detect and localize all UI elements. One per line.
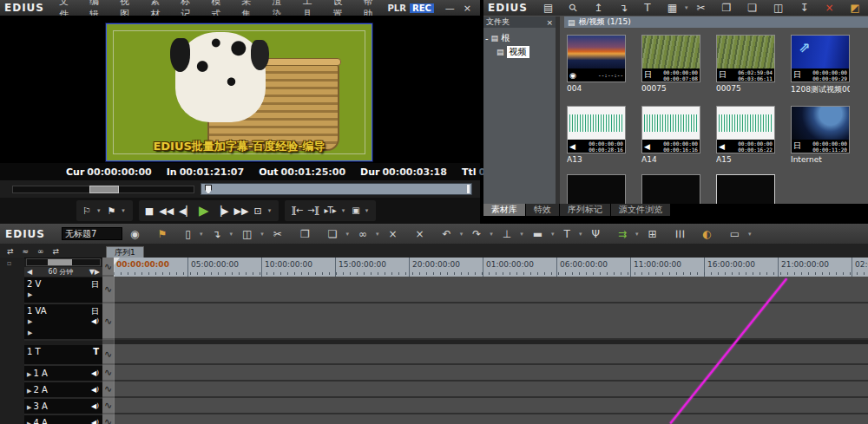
voiceover-icon[interactable]: Ψ xyxy=(591,229,599,239)
ripple-icon[interactable]: ∿ xyxy=(102,303,114,340)
bin-clip[interactable]: ◀00:00:00:0000:00:16:22A15 xyxy=(716,100,775,164)
redo-icon[interactable]: ↷ xyxy=(472,229,481,239)
open-project-icon[interactable]: ↴ xyxy=(212,229,220,239)
track-lane-3a[interactable] xyxy=(114,398,868,414)
loop-button[interactable]: ⊡ xyxy=(253,206,261,216)
video-frame[interactable]: EDIUS批量加字幕-百度经验-编导 xyxy=(106,23,372,161)
delete-in-out-icon[interactable]: × xyxy=(416,229,424,239)
collapse-icon[interactable]: - xyxy=(485,34,489,43)
zoom-level-label[interactable]: 60 分钟 xyxy=(49,267,74,277)
minimize-button[interactable]: — xyxy=(441,3,459,14)
patch-video-icon[interactable]: ⇄ xyxy=(7,248,14,256)
add-to-bin-icon[interactable]: ⚑ xyxy=(158,229,168,239)
dropdown-caret[interactable]: ▾ xyxy=(520,231,523,238)
track-header-2v[interactable]: 2 V 日 ▶ xyxy=(24,277,102,304)
loop-dropdown[interactable]: ▾ xyxy=(268,207,272,214)
track-lane-1a[interactable] xyxy=(114,365,868,382)
ripple-icon[interactable]: ∿ xyxy=(102,258,114,277)
rewind-button[interactable]: ◀◀ xyxy=(159,206,174,216)
speaker-icon[interactable]: ◀ xyxy=(91,419,99,424)
capture-icon[interactable]: ◉ xyxy=(130,229,139,239)
bin-clip[interactable]: ◉--:--:--004 xyxy=(567,29,626,95)
set-out-dropdown[interactable]: ▾ xyxy=(122,207,125,214)
bin-clip-partial[interactable] xyxy=(641,168,700,204)
bin-clip[interactable]: 日06:02:59:0406:03:06:1100075 xyxy=(716,29,775,95)
dropdown-caret[interactable]: ▾ xyxy=(376,231,379,238)
bin-tab[interactable]: 素材库 xyxy=(483,204,526,216)
shuttle-slider[interactable] xyxy=(12,186,194,193)
tree-item-root[interactable]: - ▤ 根 xyxy=(485,31,554,45)
dropdown-caret[interactable]: ▾ xyxy=(551,231,555,238)
playhead-marker[interactable] xyxy=(205,185,212,194)
bin-folder-icon[interactable]: ▤ xyxy=(543,3,553,13)
dropdown-caret[interactable]: ▾ xyxy=(490,231,493,238)
title-icon[interactable]: T xyxy=(564,229,570,239)
up-folder-icon[interactable]: ↥ xyxy=(594,3,602,13)
color-icon[interactable]: ◐ xyxy=(702,229,711,239)
play-around-dropdown[interactable]: ▾ xyxy=(342,207,345,214)
track-lane-2a[interactable] xyxy=(114,382,868,398)
expand-icon[interactable]: ▶ xyxy=(28,318,32,325)
expand-icon[interactable]: ▶ xyxy=(27,371,31,378)
patch-audio-icon[interactable]: ≈ xyxy=(23,248,30,256)
zoom-left-icon[interactable]: ◀ xyxy=(27,268,32,276)
close-button[interactable]: × xyxy=(459,3,476,14)
bin-tab[interactable]: 序列标记 xyxy=(560,204,611,216)
speaker-icon[interactable]: ◀ xyxy=(91,386,99,394)
track-lane-1va[interactable] xyxy=(114,303,868,340)
dropdown-caret[interactable]: ▾ xyxy=(200,231,203,238)
speaker-icon[interactable]: ◀ xyxy=(91,317,99,325)
dropdown-caret[interactable]: ▾ xyxy=(260,231,264,238)
bin-clip-partial[interactable] xyxy=(716,168,775,204)
ripple-icon[interactable]: ∿ xyxy=(102,365,114,382)
expand-icon[interactable]: ▶ xyxy=(27,404,31,411)
track-header-4a[interactable]: ▶4 A ◀ xyxy=(24,415,102,424)
timeline-ruler[interactable]: 00:00:00:0005:00:00:0010:00:00:0015:00:0… xyxy=(114,258,868,277)
cut-icon[interactable]: ✂ xyxy=(273,229,282,239)
paste-icon[interactable]: ❏ xyxy=(328,229,338,239)
bin-clip[interactable]: 日00:00:00:0000:00:09:291208测试视频000 xyxy=(791,29,850,95)
dropdown-caret[interactable]: ▾ xyxy=(345,231,349,238)
project-name-box[interactable]: 无标题7 xyxy=(62,227,122,240)
save-project-icon[interactable]: ◫ xyxy=(242,229,252,239)
set-in-out-icon[interactable]: ▬ xyxy=(533,229,542,239)
prev-frame-button[interactable]: ◀▏ xyxy=(179,206,194,216)
track-header-1va[interactable]: 1 VA 日 ◀ ▶ ▶ xyxy=(24,304,102,341)
insert-mode-icon[interactable]: ⇄ xyxy=(53,248,60,256)
dropdown-caret[interactable]: ▾ xyxy=(748,231,752,238)
export-icon[interactable]: ⇉ xyxy=(618,229,627,239)
header-scrollbar[interactable] xyxy=(26,258,101,266)
properties-icon[interactable]: ◩ xyxy=(851,3,860,13)
track-lane-1t[interactable] xyxy=(114,344,868,365)
expand-icon[interactable]: ▶ xyxy=(27,421,31,424)
track-header-1a[interactable]: ▶1 A ◀ xyxy=(24,366,102,382)
bin-tab[interactable]: 源文件浏览 xyxy=(611,204,671,216)
new-sequence-icon[interactable]: ▯ xyxy=(185,229,191,239)
expand-icon[interactable]: ▶ xyxy=(28,291,32,298)
ffwd-button[interactable]: ▶▶ xyxy=(234,206,249,216)
speaker-icon[interactable]: ◀ xyxy=(91,369,99,377)
speaker-icon[interactable]: ◀ xyxy=(91,402,99,410)
bin-clip[interactable]: ◀00:00:00:0000:00:16:16A14 xyxy=(641,100,700,164)
title-track-icon[interactable]: T xyxy=(93,347,99,356)
bin-tab[interactable]: 特效 xyxy=(526,204,560,216)
undo-icon[interactable]: ↶ xyxy=(443,229,451,239)
timeline-tracks-area[interactable]: 00:00:00:0005:00:00:0010:00:00:0015:00:0… xyxy=(114,258,868,424)
stop-button[interactable]: ■ xyxy=(145,206,154,216)
plr-mode-button[interactable]: PLR xyxy=(388,3,406,13)
export-frame-dropdown[interactable]: ▾ xyxy=(365,207,369,214)
sequence-tab[interactable]: 序列1 xyxy=(106,246,144,258)
copy-icon[interactable]: ❐ xyxy=(300,229,310,239)
dropdown-caret[interactable]: ▾ xyxy=(635,231,639,238)
scrollbar-thumb[interactable] xyxy=(48,259,73,265)
expand-icon[interactable]: ▶ xyxy=(27,388,31,395)
track-header-3a[interactable]: ▶3 A ◀ xyxy=(24,399,102,415)
grid-icon[interactable]: ⊞ xyxy=(648,229,656,239)
clip-marker-icon[interactable]: ∞ xyxy=(358,229,367,239)
set-in-dropdown[interactable]: ▾ xyxy=(97,207,101,214)
set-out-button[interactable]: ⚑ xyxy=(107,206,115,216)
zoom-right-icon[interactable]: ▶ xyxy=(95,268,100,276)
ripple-icon[interactable]: ∿ xyxy=(102,277,114,303)
sync-mode-icon[interactable]: ∞ xyxy=(37,248,44,256)
ripple-delete-icon[interactable]: × xyxy=(388,229,397,239)
